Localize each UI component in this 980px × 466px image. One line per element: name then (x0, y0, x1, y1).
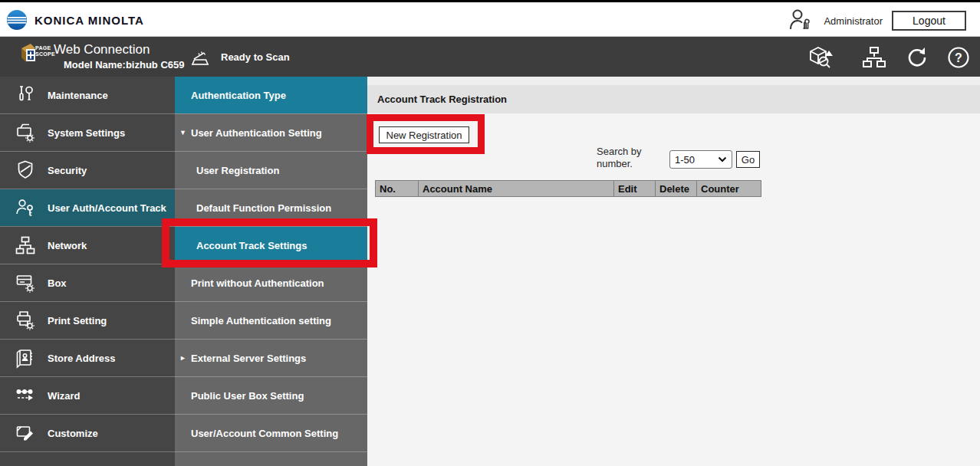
go-button[interactable]: Go (736, 151, 760, 168)
column-header-counter: Counter (697, 181, 761, 197)
sidebar-item-system-settings[interactable]: System Settings (0, 114, 175, 152)
device-status-icon[interactable] (805, 43, 844, 72)
submenu-item-user-authentication-setting[interactable]: ▼ User Authentication Setting (175, 114, 367, 152)
pagescope-icon (20, 42, 37, 65)
sidebar-item-security[interactable]: Security (0, 152, 175, 189)
sidebar-item-print-setting[interactable]: Print Setting (0, 302, 175, 340)
search-by-number-label: Search by number. (597, 146, 650, 170)
sidebar-item-label: Wizard (48, 390, 81, 402)
submenu-item-public-user-box-setting[interactable]: Public User Box Setting (175, 377, 367, 415)
sidebar-item-label: User Auth/Account Track (48, 202, 166, 214)
page-title: Account Track Registration (377, 94, 507, 105)
submenu-item-label: Default Function Permission (196, 202, 331, 214)
new-registration-button[interactable]: New Registration (379, 126, 469, 143)
app-header: PAGE SCOPE Web Connection Model Name:biz… (0, 37, 980, 77)
print-setting-icon (13, 308, 38, 333)
sidebar-item-label: Maintenance (48, 90, 108, 101)
submenu: Authentication Type ▼ User Authenticatio… (175, 77, 367, 466)
submenu-item-external-server-settings[interactable]: ► External Server Settings (175, 340, 367, 377)
sidebar-item-network[interactable]: Network (0, 227, 175, 264)
submenu-item-user-registration[interactable]: User Registration (175, 152, 367, 189)
column-header-edit: Edit (614, 181, 656, 197)
device-status-text: Ready to Scan (221, 51, 290, 63)
submenu-item-user-account-common-setting[interactable]: User/Account Common Setting (175, 415, 367, 452)
user-auth-icon (13, 195, 38, 220)
main-top-strip (367, 77, 980, 85)
submenu-item-label: User Registration (196, 165, 279, 176)
column-header-delete: Delete (656, 181, 697, 197)
network-icon (13, 233, 38, 258)
submenu-item-authentication-type[interactable]: Authentication Type (175, 77, 367, 114)
submenu-item-print-without-authentication[interactable]: Print without Authentication (175, 264, 367, 302)
sidebar: Maintenance System Settings Security (0, 77, 175, 466)
title-band: Account Track Registration (367, 85, 980, 113)
administrator-icon (785, 6, 814, 35)
collapsed-triangle-icon: ► (179, 354, 186, 362)
customize-icon (13, 421, 38, 445)
submenu-item-label: Authentication Type (191, 90, 286, 101)
submenu-item-label: User/Account Common Setting (191, 428, 338, 439)
brand-wordmark: KONICA MINOLTA (35, 14, 144, 27)
logged-in-user: Administrator (824, 15, 883, 27)
box-icon (13, 271, 38, 295)
column-header-no: No. (376, 181, 419, 197)
submenu-item-account-track-settings[interactable]: Account Track Settings (175, 227, 367, 264)
logout-button[interactable]: Logout (892, 11, 966, 31)
expanded-triangle-icon: ▼ (179, 129, 186, 136)
brand-bar: KONICA MINOLTA Administrator Logout (0, 2, 980, 37)
submenu-item-label: User Authentication Setting (191, 127, 322, 139)
sidebar-item-label: Print Setting (48, 315, 107, 327)
sidebar-item-label: Store Address (48, 353, 115, 364)
column-header-account-name: Account Name (419, 181, 614, 197)
product-name: Web Connection (54, 42, 150, 57)
sidebar-item-box[interactable]: Box (0, 264, 175, 302)
refresh-icon[interactable] (905, 45, 929, 70)
page: KONICA MINOLTA Administrator Logout (0, 0, 980, 466)
main-content: Account Track Registration New Registrat… (367, 77, 980, 466)
sidebar-item-maintenance[interactable]: Maintenance (0, 77, 175, 114)
model-name: Model Name:bizhub C659 (64, 59, 184, 71)
submenu-item-label: Account Track Settings (196, 240, 307, 251)
system-settings-icon (13, 120, 38, 145)
device-status-dropdown-icon[interactable] (825, 51, 833, 56)
submenu-item-default-function-permission[interactable]: Default Function Permission (175, 189, 367, 227)
submenu-item-label: External Server Settings (191, 353, 306, 364)
chevron-down-icon (718, 156, 727, 162)
submenu-item-label: Public User Box Setting (191, 390, 304, 402)
sidebar-item-label: System Settings (48, 127, 125, 139)
search-range-value: 1-50 (675, 154, 695, 166)
sidebar-item-wizard[interactable]: Wizard (0, 377, 175, 415)
sidebar-item-label: Customize (48, 428, 98, 439)
submenu-item-label: Print without Authentication (191, 277, 324, 289)
sidebar-item-label: Security (48, 165, 87, 176)
submenu-item-simple-authentication-setting[interactable]: Simple Authentication setting (175, 302, 367, 340)
sidebar-item-label: Network (48, 240, 87, 251)
scanner-status-icon (189, 46, 212, 67)
konica-globe-icon (6, 9, 28, 31)
account-table-header-row: No. Account Name Edit Delete Counter (376, 181, 761, 197)
security-icon (13, 158, 38, 182)
store-address-icon (13, 346, 38, 370)
sidebar-item-label: Box (48, 277, 67, 289)
sidebar-item-customize[interactable]: Customize (0, 415, 175, 452)
account-table: No. Account Name Edit Delete Counter (375, 180, 761, 197)
sidebar-item-user-auth-account-track[interactable]: User Auth/Account Track (0, 189, 175, 227)
help-icon[interactable]: ? (946, 45, 971, 70)
submenu-item-label: Simple Authentication setting (191, 315, 331, 327)
wizard-icon (13, 383, 38, 408)
pagescope-label: PAGE SCOPE (35, 45, 55, 57)
network-map-icon[interactable] (860, 44, 888, 71)
sidebar-item-store-address[interactable]: Store Address (0, 340, 175, 377)
search-range-select[interactable]: 1-50 (669, 150, 732, 169)
brand: KONICA MINOLTA (6, 9, 144, 31)
svg-text:?: ? (955, 51, 962, 64)
maintenance-icon (13, 83, 38, 107)
